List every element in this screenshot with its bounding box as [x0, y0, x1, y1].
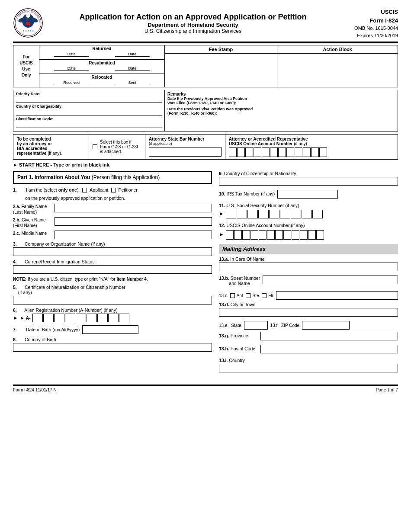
ssn-cell-2[interactable]: [237, 210, 247, 218]
country-chargeability-field[interactable]: [16, 109, 162, 115]
online-cell-10[interactable]: [300, 230, 308, 240]
uscis-use-text: ForUSCISUseOnly: [19, 54, 33, 78]
acct-cell-6[interactable]: [270, 147, 278, 157]
ssn-cell-9[interactable]: [312, 210, 323, 218]
postal-code-input[interactable]: [260, 345, 398, 353]
agency-name: U.S. Citizenship and Immigration Service…: [44, 28, 342, 34]
acct-cell-10[interactable]: [303, 147, 311, 157]
in-care-of-input[interactable]: [219, 263, 398, 271]
acct-cell-3[interactable]: [245, 147, 253, 157]
item12-label-text: USCIS Online Account Number (if any): [227, 223, 305, 228]
attorney-account-label: Attorney or Accredited Representative: [229, 137, 394, 141]
item13g-row: 13.g. Province: [219, 332, 398, 340]
family-name-input[interactable]: [55, 204, 212, 212]
header-separator-thick: [13, 42, 398, 43]
anum-cell-9[interactable]: [119, 314, 129, 322]
priority-date-field[interactable]: [16, 97, 162, 103]
irs-tax-input[interactable]: [277, 190, 338, 199]
classification-code-label: Classification Code:: [16, 117, 162, 121]
ste-checkbox[interactable]: [246, 293, 250, 298]
anum-cell-6[interactable]: [87, 314, 97, 322]
acct-cell-12[interactable]: [319, 147, 327, 157]
province-input[interactable]: [260, 332, 398, 340]
anum-cell-2[interactable]: [43, 314, 54, 322]
date-label-1: Date: [52, 52, 90, 56]
ssn-cell-1[interactable]: [226, 210, 236, 218]
relocated-section: Relocated Received Sent: [39, 74, 164, 87]
anum-cell-7[interactable]: [97, 314, 108, 322]
middle-name-input[interactable]: [55, 231, 212, 239]
remarks-text3: Date the Previous Visa Petition Was Appr…: [167, 107, 395, 111]
online-cell-6[interactable]: [267, 230, 275, 240]
acct-cell-7[interactable]: [278, 147, 286, 157]
acct-cell-9[interactable]: [295, 147, 302, 157]
country-input[interactable]: [219, 364, 398, 372]
item12-label: 12. USCIS Online Account Number (if any): [219, 223, 398, 228]
g28-checkbox[interactable]: [93, 144, 97, 149]
ssn-cell-3[interactable]: [247, 210, 258, 218]
acct-cell-2[interactable]: [237, 147, 245, 157]
item9-label-text: Country of Citizenship or Nationality: [224, 171, 296, 176]
anum-cell-1[interactable]: [32, 314, 43, 322]
anum-cell-5[interactable]: [76, 314, 86, 322]
online-cell-12[interactable]: [316, 230, 324, 240]
company-name-input[interactable]: [13, 247, 212, 256]
item13e-label: State: [231, 323, 241, 328]
street-number-input[interactable]: [263, 276, 398, 284]
item13i-row: 13.i. Country: [219, 358, 398, 372]
anum-cell-8[interactable]: [108, 314, 119, 322]
immigration-status-input[interactable]: [13, 265, 212, 274]
remarks-right: Remarks Date the Previously Approved Vis…: [165, 90, 398, 131]
applicant-checkbox[interactable]: [82, 188, 87, 192]
ssn-cell-8[interactable]: [302, 210, 312, 218]
acct-cell-11[interactable]: [311, 147, 319, 157]
attorney-bar-number-input[interactable]: [149, 147, 222, 157]
state-input[interactable]: [244, 321, 268, 330]
action-block-label: Action Block: [277, 45, 398, 54]
flr-checkbox[interactable]: [262, 293, 267, 298]
dob-input[interactable]: [82, 325, 138, 334]
uscis-online-cells: [226, 230, 324, 240]
attorney-label-text: To be completedby an attorney orBIA-accr…: [17, 137, 62, 156]
online-cell-4[interactable]: [250, 230, 258, 240]
ssn-cell-7[interactable]: [291, 210, 301, 218]
item3-label: 3. Company or Organization Name (if any): [13, 241, 212, 247]
apt-checkbox[interactable]: [230, 293, 235, 298]
attorney-bar-number-sublabel: (if applicable): [149, 141, 222, 146]
online-cell-7[interactable]: [275, 230, 283, 240]
zip-code-input[interactable]: [302, 321, 350, 330]
online-cell-5[interactable]: [259, 230, 267, 240]
acct-cell-1[interactable]: [229, 147, 237, 157]
omb-number: OMB No. 1615-0044: [342, 25, 398, 32]
page-footer: Form I-824 11/01/17 N Page 1 of 7: [13, 385, 398, 392]
cert-number-input[interactable]: [13, 296, 212, 304]
acct-cell-5[interactable]: [262, 147, 270, 157]
anum-cell-4[interactable]: [65, 314, 75, 322]
given-name-input[interactable]: [55, 217, 212, 226]
item6-arrow: ►: [13, 315, 18, 321]
country-of-birth-input[interactable]: [13, 343, 212, 352]
attorney-label-cell: To be completedby an attorney orBIA-accr…: [13, 135, 89, 159]
online-cell-2[interactable]: [234, 230, 242, 240]
petitioner-checkbox[interactable]: [111, 188, 116, 192]
online-cell-9[interactable]: [292, 230, 299, 240]
classification-code-field[interactable]: [16, 122, 162, 128]
ssn-cell-6[interactable]: [280, 210, 290, 218]
item13b-row: 13.b. Street Number and Name: [219, 276, 398, 287]
city-town-input[interactable]: [219, 308, 398, 317]
online-cell-1[interactable]: [226, 230, 234, 240]
anum-cell-3[interactable]: [54, 314, 64, 322]
online-cell-8[interactable]: [283, 230, 291, 240]
ssn-cell-5[interactable]: [269, 210, 279, 218]
item8-row: 8. Country of Birth: [13, 337, 212, 352]
citizenship-input[interactable]: [219, 177, 398, 186]
online-cell-3[interactable]: [242, 230, 250, 240]
apt-number-input[interactable]: [276, 291, 398, 300]
date-label-3: Date: [52, 66, 90, 71]
remarks-title: Remarks: [167, 92, 395, 96]
acct-cell-8[interactable]: [286, 147, 294, 157]
ssn-cell-4[interactable]: [258, 210, 269, 218]
acct-cell-4[interactable]: [254, 147, 261, 157]
admin-center-block: Returned Date Date Resubmitted Date: [39, 45, 165, 87]
online-cell-11[interactable]: [308, 230, 316, 240]
